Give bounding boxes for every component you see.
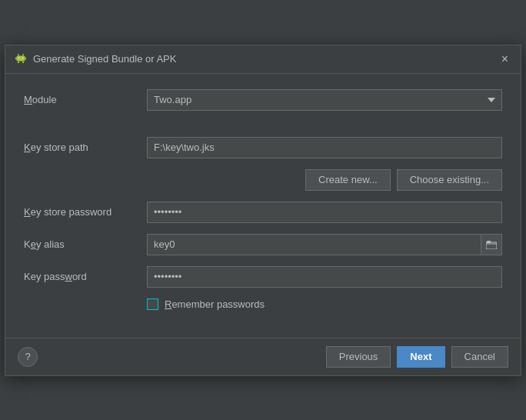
keystore-password-row: Key store password xyxy=(24,202,502,223)
module-label: Module xyxy=(24,94,147,105)
remember-passwords-row: Remember passwords xyxy=(24,298,502,310)
keystore-path-row: Key store path xyxy=(24,137,502,158)
keystore-password-input[interactable] xyxy=(147,202,502,223)
remember-passwords-checkbox[interactable] xyxy=(147,298,158,310)
keystore-path-input[interactable] xyxy=(147,137,502,158)
keystore-path-label: Key store path xyxy=(24,142,147,153)
footer-left: ? xyxy=(18,347,38,367)
footer-buttons: Previous Next Cancel xyxy=(326,346,508,368)
keystore-buttons-row: Create new... Choose existing... xyxy=(24,169,502,191)
key-alias-label: Key alias xyxy=(24,238,147,250)
previous-button[interactable]: Previous xyxy=(326,346,391,368)
module-select[interactable]: Two.app xyxy=(147,89,502,111)
remember-passwords-label[interactable]: Remember passwords xyxy=(147,298,265,310)
dialog-content: Module Two.app Key store path Create new… xyxy=(5,74,521,338)
svg-rect-6 xyxy=(22,62,24,63)
choose-existing-button[interactable]: Choose existing... xyxy=(397,169,502,191)
svg-point-3 xyxy=(18,57,19,58)
android-icon xyxy=(15,53,27,65)
svg-rect-0 xyxy=(17,55,25,61)
dialog-footer: ? Previous Next Cancel xyxy=(5,338,521,375)
key-password-label: Key password xyxy=(24,271,147,282)
remember-passwords-text: Remember passwords xyxy=(165,298,265,310)
key-alias-input-wrapper xyxy=(147,234,502,255)
svg-rect-1 xyxy=(15,57,17,59)
browse-icon xyxy=(486,240,497,249)
generate-signed-dialog: Generate Signed Bundle or APK × Module T… xyxy=(5,45,521,376)
svg-rect-5 xyxy=(18,62,19,63)
dialog-title: Generate Signed Bundle or APK xyxy=(33,53,176,65)
close-button[interactable]: × xyxy=(498,52,511,67)
svg-rect-7 xyxy=(486,242,497,249)
keystore-password-label: Key store password xyxy=(24,206,147,218)
cancel-button[interactable]: Cancel xyxy=(451,346,508,368)
svg-point-4 xyxy=(22,57,23,58)
title-bar-left: Generate Signed Bundle or APK xyxy=(15,53,176,65)
key-alias-row: Key alias xyxy=(24,234,502,255)
next-button[interactable]: Next xyxy=(397,346,444,368)
svg-rect-2 xyxy=(25,57,27,59)
help-button[interactable]: ? xyxy=(18,347,38,367)
title-bar: Generate Signed Bundle or APK × xyxy=(5,45,521,74)
create-new-button[interactable]: Create new... xyxy=(305,169,391,191)
key-password-input[interactable] xyxy=(147,266,502,288)
svg-rect-8 xyxy=(487,241,491,243)
module-row: Module Two.app xyxy=(24,89,502,111)
key-alias-input[interactable] xyxy=(148,235,481,253)
key-password-row: Key password xyxy=(24,266,502,288)
key-alias-browse-button[interactable] xyxy=(481,235,501,255)
